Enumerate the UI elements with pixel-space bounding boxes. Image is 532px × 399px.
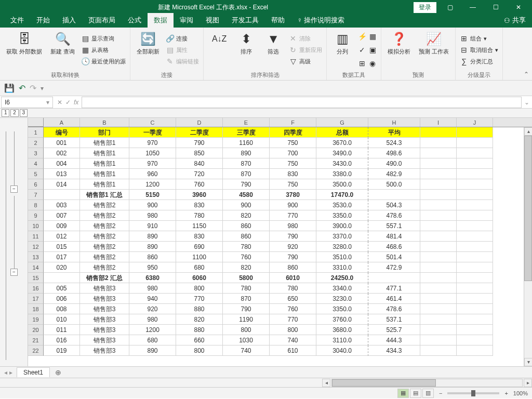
grid[interactable]: ABCDEFGHIJ 1编号部门一季度二季度三季度四季度总额平均2001销售部1… bbox=[28, 118, 532, 366]
row-header[interactable]: 20 bbox=[28, 325, 44, 335]
col-header[interactable]: I bbox=[420, 118, 457, 127]
row-header[interactable]: 2 bbox=[28, 138, 44, 148]
cell[interactable]: 860 bbox=[129, 252, 176, 262]
cell[interactable] bbox=[457, 262, 493, 273]
scroll-down-icon[interactable]: ▾ bbox=[524, 358, 532, 366]
cell[interactable]: 二季度 bbox=[176, 127, 223, 138]
zoom-level[interactable]: 100% bbox=[513, 390, 528, 396]
cell[interactable] bbox=[420, 138, 457, 148]
cell[interactable]: 销售部3 bbox=[80, 314, 129, 325]
outline-level-3[interactable]: 3 bbox=[20, 109, 28, 117]
cell[interactable]: 016 bbox=[44, 335, 80, 345]
collapse-ribbon-icon[interactable]: ⌃ bbox=[524, 71, 529, 78]
cell[interactable]: 3900.0 bbox=[316, 221, 368, 231]
cell[interactable]: 销售部2 汇总 bbox=[80, 273, 129, 283]
cell[interactable]: 760 bbox=[223, 252, 270, 262]
cell[interactable]: 3350.0 bbox=[316, 304, 368, 314]
cell[interactable]: 960 bbox=[129, 169, 176, 179]
row-header[interactable]: 18 bbox=[28, 304, 44, 314]
subtotal-button[interactable]: ∑分类汇总 bbox=[459, 56, 499, 66]
zoom-slider[interactable] bbox=[447, 392, 499, 394]
cell[interactable]: 790 bbox=[176, 138, 223, 148]
cell[interactable]: 461.4 bbox=[368, 294, 420, 304]
tab-nav-next-icon[interactable]: ▸ bbox=[9, 369, 12, 376]
cell[interactable] bbox=[368, 190, 420, 200]
cell[interactable]: 720 bbox=[176, 169, 223, 179]
cell[interactable] bbox=[457, 210, 493, 221]
horizontal-scrollbar[interactable] bbox=[331, 379, 523, 387]
cell[interactable]: 017 bbox=[44, 252, 80, 262]
cell[interactable]: 900 bbox=[270, 200, 316, 210]
cell[interactable]: 销售部2 bbox=[80, 252, 129, 262]
tab-review[interactable]: 审阅 bbox=[174, 13, 200, 28]
cell[interactable]: 800 bbox=[176, 345, 223, 356]
cell[interactable] bbox=[420, 283, 457, 294]
cell[interactable]: 790 bbox=[223, 304, 270, 314]
cell[interactable] bbox=[420, 127, 457, 138]
cell[interactable]: 3960 bbox=[176, 190, 223, 200]
cell[interactable]: 1050 bbox=[129, 148, 176, 158]
cell[interactable] bbox=[420, 314, 457, 325]
cell[interactable]: 780 bbox=[223, 283, 270, 294]
cell[interactable]: 500.0 bbox=[368, 179, 420, 190]
cell[interactable]: 690 bbox=[176, 242, 223, 252]
cell[interactable]: 490.0 bbox=[368, 158, 420, 169]
zoom-in-icon[interactable]: + bbox=[504, 390, 508, 396]
cell[interactable]: 3370.0 bbox=[316, 231, 368, 242]
cell[interactable] bbox=[457, 242, 493, 252]
clear-filter-button[interactable]: ✕清除 bbox=[288, 33, 323, 44]
vertical-scrollbar[interactable]: ▴ ▾ bbox=[524, 127, 532, 366]
cell[interactable]: 24250.0 bbox=[316, 273, 368, 283]
tab-layout[interactable]: 页面布局 bbox=[82, 13, 122, 28]
tab-view[interactable]: 视图 bbox=[200, 13, 225, 28]
cell[interactable] bbox=[457, 304, 493, 314]
text-to-columns-button[interactable]: ▥分列 bbox=[330, 30, 355, 70]
edit-links-button[interactable]: ✎编辑链接 bbox=[165, 56, 200, 66]
reapply-button[interactable]: ↻重新应用 bbox=[288, 45, 323, 55]
cell[interactable]: 860 bbox=[270, 262, 316, 273]
row-header[interactable]: 15 bbox=[28, 273, 44, 283]
page-break-view-icon[interactable]: ▥ bbox=[422, 389, 434, 398]
cell[interactable] bbox=[420, 179, 457, 190]
cell[interactable]: 销售部1 bbox=[80, 138, 129, 148]
cell[interactable]: 501.4 bbox=[368, 252, 420, 262]
cell[interactable]: 940 bbox=[129, 294, 176, 304]
cell[interactable]: 销售部2 bbox=[80, 221, 129, 231]
cell[interactable]: 销售部3 bbox=[80, 345, 129, 356]
cell[interactable]: 销售部2 bbox=[80, 210, 129, 221]
cell[interactable]: 840 bbox=[176, 158, 223, 169]
cell[interactable]: 6010 bbox=[270, 273, 316, 283]
cell[interactable]: 3340.0 bbox=[316, 283, 368, 294]
cell[interactable]: 6060 bbox=[176, 273, 223, 283]
cell[interactable]: 750 bbox=[270, 158, 316, 169]
cell[interactable]: 部门 bbox=[80, 127, 129, 138]
cell[interactable]: 444.3 bbox=[368, 335, 420, 345]
sheet-tab-1[interactable]: Sheet1 bbox=[17, 367, 50, 377]
cell[interactable]: 三季度 bbox=[223, 127, 270, 138]
ungroup-button[interactable]: ⊟取消组合 ▾ bbox=[459, 45, 499, 55]
cell[interactable]: 790 bbox=[270, 231, 316, 242]
cell[interactable]: 3500.0 bbox=[316, 179, 368, 190]
cell[interactable]: 3780 bbox=[270, 190, 316, 200]
minimize-icon[interactable]: — bbox=[461, 0, 484, 15]
cancel-formula-icon[interactable]: ✕ bbox=[57, 99, 62, 106]
login-button[interactable]: 登录 bbox=[414, 2, 436, 13]
tab-data[interactable]: 数据 bbox=[148, 13, 174, 28]
cell[interactable]: 900 bbox=[223, 200, 270, 210]
cell[interactable]: 970 bbox=[129, 158, 176, 169]
cell[interactable] bbox=[457, 273, 493, 283]
cell[interactable] bbox=[457, 283, 493, 294]
close-icon[interactable]: ✕ bbox=[507, 0, 530, 15]
undo-icon[interactable]: ↶ bbox=[19, 83, 25, 93]
cell[interactable]: 557.1 bbox=[368, 221, 420, 231]
cell[interactable]: 006 bbox=[44, 294, 80, 304]
cell[interactable] bbox=[420, 169, 457, 179]
cell[interactable]: 740 bbox=[223, 345, 270, 356]
cell[interactable]: 980 bbox=[129, 210, 176, 221]
forecast-button[interactable]: 📈预测 工作表 bbox=[416, 30, 452, 70]
cell[interactable]: 870 bbox=[223, 294, 270, 304]
cell[interactable]: 830 bbox=[176, 231, 223, 242]
row-header[interactable]: 5 bbox=[28, 169, 44, 179]
cell[interactable]: 980 bbox=[129, 314, 176, 325]
cell[interactable]: 1030 bbox=[223, 335, 270, 345]
